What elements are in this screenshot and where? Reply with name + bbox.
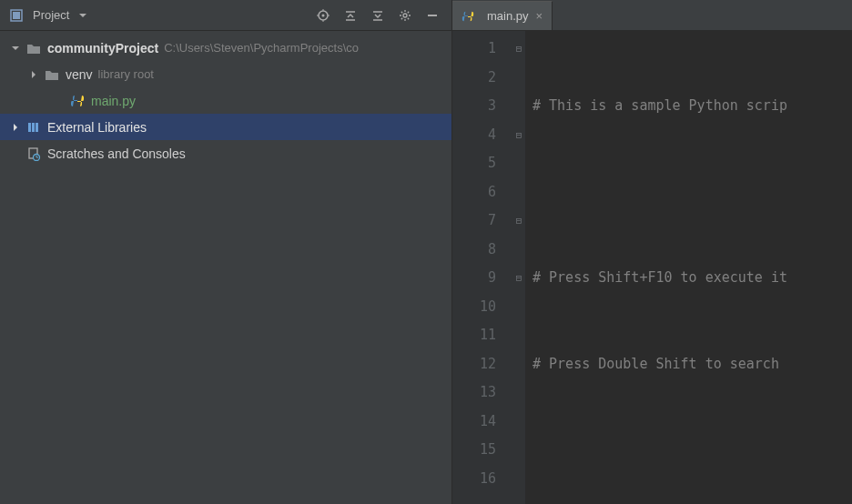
chevron-right-icon[interactable]	[27, 70, 40, 79]
line-number[interactable]: 1	[452, 35, 496, 64]
svg-rect-16	[36, 123, 38, 132]
line-number[interactable]: 15	[452, 436, 496, 465]
project-name: communityProject	[47, 41, 158, 55]
line-number[interactable]: 2	[452, 64, 496, 93]
select-opened-file-icon[interactable]	[315, 7, 331, 24]
svg-rect-1	[13, 12, 20, 19]
code-editor[interactable]: 1 2 3 4 5 6 7 8 9 10 11 12 13 14 15 16 ⊟…	[452, 31, 852, 504]
folder-icon	[44, 66, 60, 83]
code-text: # This is a sample Python scrip	[532, 97, 787, 114]
svg-rect-13	[428, 15, 437, 16]
line-number[interactable]: 5	[452, 149, 496, 178]
project-panel: Project	[0, 0, 452, 504]
tree-root-project[interactable]: communityProject C:\Users\Steven\Pycharm…	[0, 35, 451, 61]
line-number[interactable]: 14	[452, 408, 496, 437]
line-number[interactable]: 9	[452, 264, 496, 293]
code-text: # Press Shift+F10 to execute it	[532, 269, 787, 286]
tree-venv[interactable]: venv library root	[0, 61, 451, 87]
python-file-icon	[69, 93, 86, 109]
code-area[interactable]: # This is a sample Python scrip # Press …	[525, 31, 852, 504]
scratches-icon	[25, 146, 42, 162]
tree-file-mainpy[interactable]: ▸ main.py	[0, 87, 451, 114]
editor-tab-mainpy[interactable]: main.py ×	[452, 1, 553, 30]
svg-point-3	[322, 14, 325, 16]
file-name: main.py	[91, 94, 136, 108]
project-tree[interactable]: communityProject C:\Users\Steven\Pycharm…	[0, 31, 451, 504]
code-text: # Press Double Shift to search	[532, 356, 787, 372]
venv-tag: library root	[98, 67, 154, 81]
chevron-right-icon[interactable]	[9, 123, 22, 132]
line-number[interactable]: 4	[452, 121, 496, 150]
python-file-icon	[460, 8, 476, 25]
svg-point-12	[403, 14, 407, 17]
project-label: Project	[33, 8, 69, 22]
hide-icon[interactable]	[424, 7, 441, 24]
line-number[interactable]: 6	[452, 178, 496, 207]
editor-tab-bar: main.py ×	[452, 0, 852, 31]
tree-scratches[interactable]: ▸ Scratches and Consoles	[0, 140, 451, 166]
editor-panel: main.py × 1 2 3 4 5 6 7 8 9 10 11 12 13 …	[452, 0, 852, 504]
line-number[interactable]: 8	[452, 236, 496, 265]
line-number[interactable]: 11	[452, 321, 496, 350]
folder-icon	[25, 40, 42, 56]
svg-rect-15	[32, 123, 35, 132]
collapse-all-icon[interactable]	[370, 7, 386, 24]
close-icon[interactable]: ×	[534, 9, 545, 23]
tab-title: main.py	[487, 9, 529, 23]
project-dropdown-icon[interactable]	[75, 7, 91, 24]
line-number[interactable]: 16	[452, 465, 496, 494]
venv-name: venv	[66, 67, 93, 82]
fold-gutter[interactable]: ⊟⊟⊟⊟	[512, 31, 525, 504]
line-number[interactable]: 10	[452, 293, 496, 322]
library-icon	[25, 119, 42, 136]
tree-external-libraries[interactable]: External Libraries	[0, 114, 451, 140]
svg-rect-14	[28, 123, 31, 132]
project-toolbar: Project	[0, 0, 451, 31]
line-number[interactable]: 12	[452, 350, 496, 379]
line-number[interactable]: 7	[452, 207, 496, 236]
line-number-gutter[interactable]: 1 2 3 4 5 6 7 8 9 10 11 12 13 14 15 16	[452, 31, 512, 504]
line-number[interactable]: 3	[452, 92, 496, 121]
expand-all-icon[interactable]	[342, 7, 359, 24]
project-view-icon[interactable]	[7, 6, 25, 25]
settings-icon[interactable]	[397, 7, 413, 24]
chevron-down-icon[interactable]	[9, 44, 22, 53]
line-number[interactable]: 13	[452, 378, 496, 408]
external-libraries-label: External Libraries	[47, 120, 147, 135]
scratches-label: Scratches and Consoles	[47, 146, 186, 161]
project-path: C:\Users\Steven\PycharmProjects\co	[164, 41, 359, 55]
